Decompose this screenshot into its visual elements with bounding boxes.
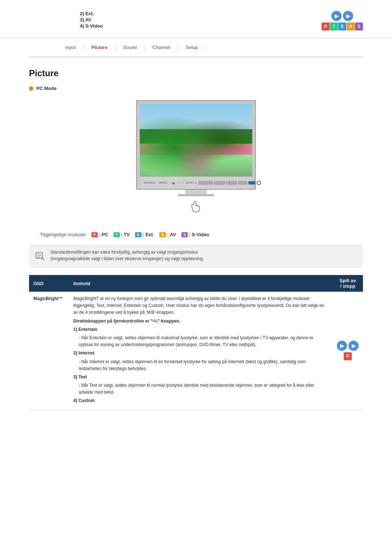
monitor-screen (140, 104, 252, 176)
top-items: 2) Ext. 3) AV 4) S-Video (80, 11, 103, 29)
mode-t-text: : TV (121, 232, 130, 237)
col-content: Innhold (69, 275, 332, 292)
svg-rect-0 (36, 253, 42, 258)
top-bar: 2) Ext. 3) AV 4) S-Video ▶ ▶ P T E A S (0, 0, 392, 38)
monitor-label-cr: C/R/O (185, 181, 193, 185)
note-box: Standardinnstillingen kan være forskjell… (29, 245, 363, 268)
monitor-container: SOURCE MENU - ▶ + ✓ C/R/O ∧ (29, 100, 363, 223)
monitor-btn-4 (238, 181, 247, 185)
nav-setup[interactable]: Setup (179, 42, 205, 52)
right-arrow-2: ▶ (348, 341, 359, 351)
arrow-right-icon: ▶ (343, 11, 353, 21)
top-item-2: 3) AV (80, 17, 103, 22)
logo-a: A (347, 22, 355, 30)
note-line1: Standardinnstillingen kan være forskjell… (50, 250, 198, 255)
monitor-label-check: ✓ (181, 181, 184, 185)
col-play: Spill av/ stopp (332, 275, 363, 292)
monitor-btn-5 (248, 181, 256, 185)
badge-s-icon: S (181, 232, 188, 237)
logo-s: S (355, 22, 363, 30)
page-title: Picture (29, 68, 363, 78)
table-row: MagicBright™ MagicBrightT er en ny funks… (29, 292, 363, 410)
monitor-label-source: SOURCE (143, 181, 156, 185)
arrow-left-icon: ▶ (331, 11, 342, 21)
mode-p: P : PC (91, 232, 108, 237)
content-para-1: MagicBrightT er en ny funksjon som gir o… (73, 295, 328, 316)
content-text-text: : Når Text er valgt, settes skjermen til… (79, 382, 328, 396)
col-play-text: Spill av/ stopp (339, 278, 356, 289)
monitor-bezel: SOURCE MENU - ▶ + ✓ C/R/O ∧ (140, 176, 252, 189)
nav-picture[interactable]: Picture (84, 42, 115, 52)
right-logo: ▶ ▶ P (337, 341, 359, 360)
monitor-btn-2 (214, 181, 225, 185)
right-letter-p: P (344, 352, 352, 360)
content-custom-header: 4) Custom (73, 397, 328, 404)
right-arrow-1: ▶ (337, 341, 347, 351)
pc-mode-label: PC Mode (29, 86, 363, 91)
monitor-label-menu: MENU (159, 181, 167, 185)
note-text: Standardinnstillingen kan være forskjell… (50, 249, 204, 262)
mode-s-text: : S-Video (189, 232, 209, 237)
mode-e: E : Ext. (135, 232, 154, 237)
badge-p-icon: P (91, 232, 98, 237)
hand-svg (189, 199, 203, 216)
badge-a-icon: A (159, 232, 166, 237)
nav-sep-5: | (205, 45, 207, 50)
orange-dot-icon (29, 86, 33, 91)
badge-t-icon: T (114, 232, 120, 237)
monitor-power-btn[interactable] (257, 181, 261, 185)
mode-p-text: : PC (99, 232, 108, 237)
monitor-btn-3 (226, 181, 237, 185)
osd-table: OSD Innhold Spill av/ stopp MagicBright™… (29, 275, 363, 410)
main-content: Picture PC Mode SOURCE MENU - ▶ + ✓ (0, 57, 392, 428)
content-entertain-header: 1) Entertain (73, 326, 328, 333)
content-direct-key: Direkteknappen på fjernkontrollen er "•¼… (73, 318, 328, 325)
monitor-label-minus: - (170, 181, 171, 185)
content-entertain-text: : Når Entertain er valgt, settes skjerme… (79, 335, 328, 348)
logo-letters: P T E A S (322, 22, 363, 30)
logo-arrows: ▶ ▶ (331, 11, 353, 21)
monitor-screen-image (140, 104, 252, 176)
monitor-stand (185, 190, 207, 194)
mode-s: S : S-Video (181, 232, 209, 237)
monitor-labels: SOURCE MENU - ▶ + ✓ C/R/O ∧ (142, 180, 199, 186)
nav-channel[interactable]: Channel (145, 42, 177, 52)
content-internet-header: 2) Internet (73, 350, 328, 357)
nav-input[interactable]: Input (58, 42, 83, 52)
badge-e-icon: E (135, 232, 141, 237)
modes-label: Tilgjengelige moduser (40, 232, 86, 237)
right-logo-arrows: ▶ ▶ (337, 341, 359, 351)
logo-p: P (322, 22, 330, 30)
modes-row: Tilgjengelige moduser P : PC T : TV E : … (29, 232, 363, 237)
content-text-header: 3) Text (73, 374, 328, 381)
play-cell: ▶ ▶ P (332, 292, 363, 410)
monitor-label-caret: ∧ (195, 181, 197, 185)
osd-cell: MagicBright™ (29, 292, 69, 410)
logo-block: ▶ ▶ P T E A S (322, 11, 363, 30)
monitor-buttons (199, 181, 261, 185)
monitor-base (178, 194, 214, 196)
col-osd: OSD (29, 275, 69, 292)
mode-t: T : TV (114, 232, 130, 237)
monitor-btn-1 (199, 181, 213, 185)
monitor: SOURCE MENU - ▶ + ✓ C/R/O ∧ (136, 100, 256, 190)
top-item-3: 4) S-Video (80, 23, 103, 29)
mode-a: A : AV (159, 232, 176, 237)
cell-content: MagicBrightT er en ny funksjon som gir o… (73, 295, 328, 405)
top-item-1: 2) Ext. (80, 11, 103, 16)
mode-e-text: : Ext. (143, 232, 154, 237)
monitor-label-speaker: ▶ (172, 181, 175, 185)
mode-a-text: : AV (167, 232, 176, 237)
hand-icon (136, 199, 256, 216)
note-icon (34, 250, 46, 263)
note-line2: (inngangssignalkilde valgt i listen over… (50, 256, 204, 261)
nav-sound[interactable]: Sound (116, 42, 144, 52)
logo-e: E (338, 22, 346, 30)
monitor-label-plus: + (177, 181, 179, 185)
pc-mode-text: PC Mode (36, 86, 57, 91)
monitor-wrapper: SOURCE MENU - ▶ + ✓ C/R/O ∧ (136, 100, 256, 223)
content-cell: MagicBrightT er en ny funksjon som gir o… (69, 292, 332, 410)
nav-bar: Input | Picture | Sound | Channel | Setu… (29, 38, 363, 57)
note-svg (34, 250, 46, 261)
table-header-row: OSD Innhold Spill av/ stopp (29, 275, 363, 292)
